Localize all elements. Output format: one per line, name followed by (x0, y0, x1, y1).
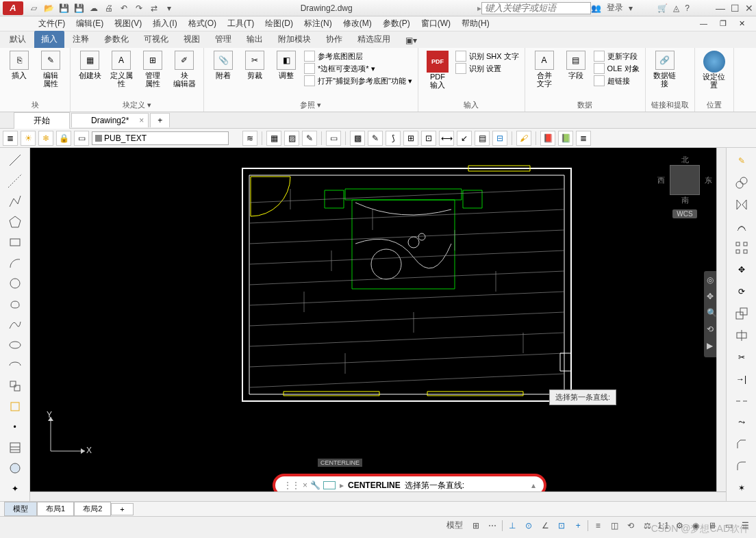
mdi-restore-icon[interactable]: ❐ (716, 18, 731, 29)
snap-underlay-button[interactable]: 打开"捕捉到参考底图"功能 ▾ (304, 75, 412, 86)
erase-tool-icon[interactable]: ✎ (731, 151, 753, 171)
cmd-wrench-icon[interactable]: 🔧 (310, 481, 320, 490)
tab-param[interactable]: 参数化 (97, 31, 136, 48)
polyline-tool-icon[interactable] (4, 192, 26, 211)
arc-tool-icon[interactable] (4, 253, 26, 272)
layer-combo[interactable]: PUB_TEXT (92, 131, 229, 145)
view-cube[interactable]: 北 西 东 南 WCS (657, 155, 712, 223)
manage-attr-button[interactable]: ⊞管理 属性 (139, 51, 166, 88)
osnap-icon[interactable]: ∠ (538, 519, 552, 533)
close-icon[interactable]: ✕ (745, 3, 753, 14)
update-field-button[interactable]: 更新字段 (594, 51, 640, 62)
adjust-button[interactable]: ◧调整 (273, 51, 300, 79)
offset-tool-icon[interactable] (731, 216, 753, 237)
copy-tool-icon[interactable] (731, 172, 753, 193)
annoscale-icon[interactable]: ⚖ (640, 519, 654, 533)
block-editor-button[interactable]: ✐块 编辑器 (171, 51, 198, 88)
menu-format[interactable]: 格式(O) (184, 16, 220, 31)
login-dropdown-icon[interactable]: ▾ (629, 3, 633, 13)
undo-icon[interactable]: ↶ (118, 2, 130, 14)
tool-align-icon[interactable]: ⊟ (492, 131, 507, 146)
stretch-tool-icon[interactable] (731, 325, 753, 346)
rectangle-tool-icon[interactable] (4, 233, 26, 252)
v-scrollbar[interactable] (716, 148, 726, 491)
trim-tool-icon[interactable]: ✂ (731, 347, 753, 368)
search-input[interactable] (481, 2, 591, 14)
ole-object-button[interactable]: OLE 对象 (594, 63, 640, 74)
tab-visual[interactable]: 可视化 (137, 31, 175, 48)
spline-tool-icon[interactable] (4, 315, 26, 334)
explode-tool-icon[interactable]: ✶ (731, 478, 753, 498)
layer-props-icon[interactable]: ≣ (3, 131, 18, 146)
attach-button[interactable]: 📎附着 (210, 51, 237, 79)
redo-icon[interactable]: ↷ (133, 2, 145, 14)
field-button[interactable]: ▤字段 (562, 51, 590, 79)
layout-model[interactable]: 模型 (4, 502, 37, 516)
open-icon[interactable]: 📂 (42, 2, 55, 14)
menu-draw[interactable]: 绘图(D) (261, 16, 297, 31)
customize-icon[interactable]: ☰ (738, 519, 752, 533)
tool-book1-icon[interactable]: 📕 (540, 131, 555, 146)
hyperlink-button[interactable]: 超链接 (594, 75, 640, 86)
hardware-icon[interactable]: 🖥 (705, 519, 719, 533)
extend-tool-icon[interactable]: →| (731, 369, 753, 389)
point-tool-icon[interactable]: • (4, 418, 26, 437)
tool-a-icon[interactable]: ▭ (326, 131, 341, 146)
polar-icon[interactable]: ⊙ (522, 519, 536, 533)
save-icon[interactable]: 💾 (58, 2, 70, 14)
region-tool-icon[interactable] (4, 459, 26, 478)
menu-tools[interactable]: 工具(T) (223, 16, 258, 31)
maximize-icon[interactable]: ☐ (731, 3, 740, 14)
layer-freeze-icon[interactable]: ❄ (38, 131, 53, 146)
chamfer-tool-icon[interactable] (731, 434, 753, 454)
polygon-tool-icon[interactable] (4, 212, 26, 231)
layer-match-icon[interactable]: ✎ (302, 131, 317, 146)
clean-icon[interactable]: ▭ (722, 519, 735, 533)
boundary-tool-icon[interactable]: ✦ (4, 479, 26, 498)
scale-label[interactable]: 1:1 (657, 519, 670, 533)
layout-1[interactable]: 布局1 (37, 502, 74, 516)
ellipse-tool-icon[interactable] (4, 335, 26, 355)
layout-2[interactable]: 布局2 (74, 502, 111, 516)
login-button[interactable]: 登录 (607, 2, 623, 14)
cmd-history-icon[interactable]: ▴ (531, 481, 536, 490)
set-location-button[interactable]: 设定位置 (701, 51, 728, 89)
circle-tool-icon[interactable] (4, 274, 26, 293)
layer-uniso-icon[interactable]: ▨ (284, 131, 299, 146)
wcs-badge[interactable]: WCS (672, 209, 696, 218)
tool-pen-icon[interactable]: ✎ (368, 131, 383, 146)
define-attr-button[interactable]: A定义属性 (108, 51, 135, 88)
saveas-icon[interactable]: 💾 (73, 2, 85, 14)
drawing-canvas[interactable]: 北 西 东 南 WCS ◎ ✥ 🔍 ⟲ ▶ X Y CENTERLINE 选择第… (30, 148, 726, 501)
edit-attr-button[interactable]: ✎编辑 属性 (37, 51, 64, 88)
tool-hatch-icon[interactable]: ▩ (350, 131, 365, 146)
layer-state-icon[interactable]: ≋ (242, 131, 257, 146)
layer-iso-icon[interactable]: ▦ (266, 131, 281, 146)
tool-layers-icon[interactable]: ≣ (576, 131, 591, 146)
ortho-icon[interactable]: ⊥ (505, 519, 519, 533)
tab-output[interactable]: 输出 (240, 31, 270, 48)
cycling-icon[interactable]: ⟲ (624, 519, 638, 533)
cart-icon[interactable]: 🛒 (657, 3, 668, 13)
tab-insert[interactable]: 插入 (34, 31, 64, 48)
hatch-tool-icon[interactable] (4, 438, 26, 457)
menu-insert[interactable]: 插入(I) (149, 16, 181, 31)
qat-more-icon[interactable]: ▾ (163, 2, 175, 14)
layout-add[interactable]: + (111, 503, 133, 515)
line-tool-icon[interactable] (4, 151, 26, 170)
tool-brush-icon[interactable]: 🖌 (516, 131, 531, 146)
doc-tab-start[interactable]: 开始 (14, 112, 70, 129)
menu-dim[interactable]: 标注(N) (300, 16, 336, 31)
rotate-tool-icon[interactable]: ⟳ (731, 281, 753, 302)
insert-tool-icon[interactable] (4, 376, 26, 396)
cube-face[interactable] (670, 165, 700, 195)
close-tab-icon[interactable]: × (139, 116, 144, 125)
tab-more-icon[interactable]: ▣▾ (399, 33, 424, 48)
tool-table-icon[interactable]: ▤ (475, 131, 490, 146)
pdf-import-button[interactable]: PDFPDF 输入 (424, 51, 451, 89)
app-logo[interactable]: A (3, 1, 23, 15)
mdi-close-icon[interactable]: ✕ (735, 18, 749, 29)
tab-view[interactable]: 视图 (177, 31, 207, 48)
menu-modify[interactable]: 修改(M) (339, 16, 376, 31)
move-tool-icon[interactable]: ✥ (731, 259, 753, 280)
